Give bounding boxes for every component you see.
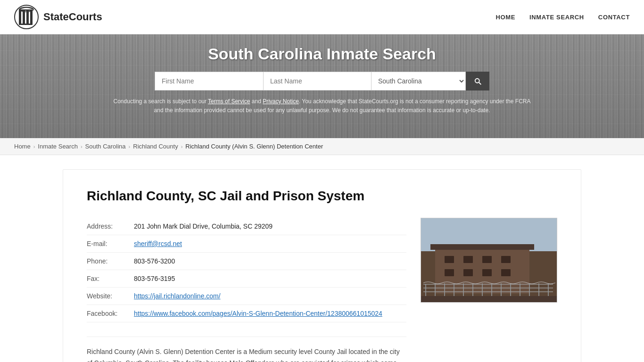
svg-rect-6 — [19, 24, 33, 25]
description-text: Richland County (Alvin S. Glenn) Detenti… — [87, 346, 406, 362]
facility-title: Richland County, SC Jail and Prison Syst… — [87, 189, 557, 204]
svg-rect-1 — [19, 10, 21, 25]
fax-row: Fax: 803-576-3195 — [87, 270, 406, 288]
svg-rect-17 — [463, 269, 473, 276]
facility-image-wrap — [421, 218, 557, 303]
email-value: sheriff@rcsd.net — [134, 240, 182, 247]
svg-rect-3 — [26, 10, 29, 25]
facility-description: Richland County (Alvin S. Glenn) Detenti… — [87, 337, 406, 362]
svg-rect-11 — [430, 244, 534, 250]
hero-section: South Carolina Inmate Search Select Stat… — [0, 34, 644, 138]
email-row: E-mail: sheriff@rcsd.net — [87, 235, 406, 253]
top-navigation: StateCourts HOME INMATE SEARCH CONTACT — [0, 0, 644, 34]
address-label: Address: — [87, 222, 134, 230]
search-icon — [473, 77, 482, 85]
fax-value: 803-576-3195 — [134, 275, 175, 282]
address-value: 201 John Mark Dial Drive, Columbia, SC 2… — [134, 222, 272, 230]
breadcrumb-richland-county[interactable]: Richland County — [133, 143, 178, 150]
facebook-row: Facebook: https://www.facebook.com/pages… — [87, 305, 406, 322]
content-card: Richland County, SC Jail and Prison Syst… — [63, 169, 581, 362]
terms-link[interactable]: Terms of Service — [208, 98, 250, 105]
fax-label: Fax: — [87, 275, 134, 282]
hero-title: South Carolina Inmate Search — [9, 45, 635, 63]
breadcrumb-sep-3: › — [129, 144, 131, 149]
phone-value: 803-576-3200 — [134, 257, 175, 265]
info-layout: Address: 201 John Mark Dial Drive, Colum… — [87, 218, 557, 362]
phone-row: Phone: 803-576-3200 — [87, 253, 406, 270]
breadcrumb-sep-4: › — [181, 144, 183, 149]
facebook-link[interactable]: https://www.facebook.com/pages/Alvin-S-G… — [134, 310, 382, 317]
breadcrumb-inmate-search[interactable]: Inmate Search — [38, 143, 78, 150]
first-name-input[interactable] — [155, 72, 263, 90]
nav-home[interactable]: HOME — [495, 14, 515, 21]
facebook-label: Facebook: — [87, 310, 134, 317]
website-link[interactable]: https://jail.richlandonline.com/ — [134, 292, 221, 300]
breadcrumb-current: Richland County (Alvin S. Glenn) Detenti… — [185, 143, 323, 150]
breadcrumb: Home › Inmate Search › South Carolina › … — [0, 138, 644, 155]
website-value: https://jail.richlandonline.com/ — [134, 292, 221, 300]
search-bar: Select State Alabama Alaska Arizona Arka… — [9, 72, 635, 90]
search-button[interactable] — [466, 72, 489, 90]
facility-image — [421, 218, 557, 303]
breadcrumb-sep-2: › — [81, 144, 83, 149]
state-select[interactable]: Select State Alabama Alaska Arizona Arka… — [372, 72, 466, 90]
email-label: E-mail: — [87, 240, 134, 247]
breadcrumb-south-carolina[interactable]: South Carolina — [85, 143, 126, 150]
svg-rect-13 — [463, 256, 473, 263]
breadcrumb-home[interactable]: Home — [14, 143, 31, 150]
svg-rect-14 — [482, 256, 492, 263]
svg-rect-37 — [421, 296, 557, 303]
email-link[interactable]: sheriff@rcsd.net — [134, 240, 182, 247]
phone-label: Phone: — [87, 257, 134, 265]
svg-rect-16 — [445, 269, 454, 276]
svg-rect-4 — [30, 10, 33, 25]
website-row: Website: https://jail.richlandonline.com… — [87, 288, 406, 305]
logo-area[interactable]: StateCourts — [14, 5, 102, 29]
info-table: Address: 201 John Mark Dial Drive, Colum… — [87, 218, 406, 362]
facebook-value: https://www.facebook.com/pages/Alvin-S-G… — [134, 310, 382, 317]
privacy-link[interactable]: Privacy Notice — [263, 98, 299, 105]
svg-rect-18 — [482, 269, 492, 276]
last-name-input[interactable] — [263, 72, 372, 90]
main-content: Richland County, SC Jail and Prison Syst… — [44, 155, 600, 362]
nav-contact[interactable]: CONTACT — [598, 14, 630, 21]
svg-rect-15 — [501, 256, 511, 263]
svg-rect-12 — [445, 256, 454, 263]
hero-disclaimer: Conducting a search is subject to our Te… — [110, 97, 534, 115]
breadcrumb-sep-1: › — [33, 144, 35, 149]
website-label: Website: — [87, 292, 134, 300]
svg-rect-2 — [23, 10, 25, 25]
nav-links: HOME INMATE SEARCH CONTACT — [495, 14, 630, 21]
address-row: Address: 201 John Mark Dial Drive, Colum… — [87, 218, 406, 235]
svg-rect-19 — [501, 269, 511, 276]
columns-icon — [14, 5, 39, 29]
logo-text: StateCourts — [43, 11, 102, 23]
hero-content: South Carolina Inmate Search Select Stat… — [0, 34, 644, 123]
nav-inmate-search[interactable]: INMATE SEARCH — [529, 14, 584, 21]
